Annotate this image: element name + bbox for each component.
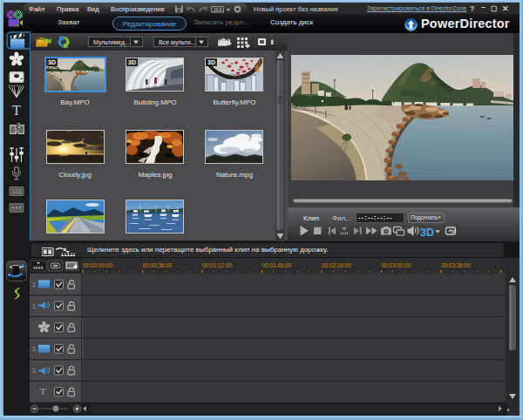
svg-text:Мультимед...: Мультимед... xyxy=(93,39,130,46)
svg-text:16:9: 16:9 xyxy=(214,8,221,12)
svg-text:123: 123 xyxy=(12,188,22,194)
svg-text:Все мульти...: Все мульти... xyxy=(159,39,195,46)
svg-text:T: T xyxy=(12,103,21,118)
svg-text:3D: 3D xyxy=(420,227,434,239)
